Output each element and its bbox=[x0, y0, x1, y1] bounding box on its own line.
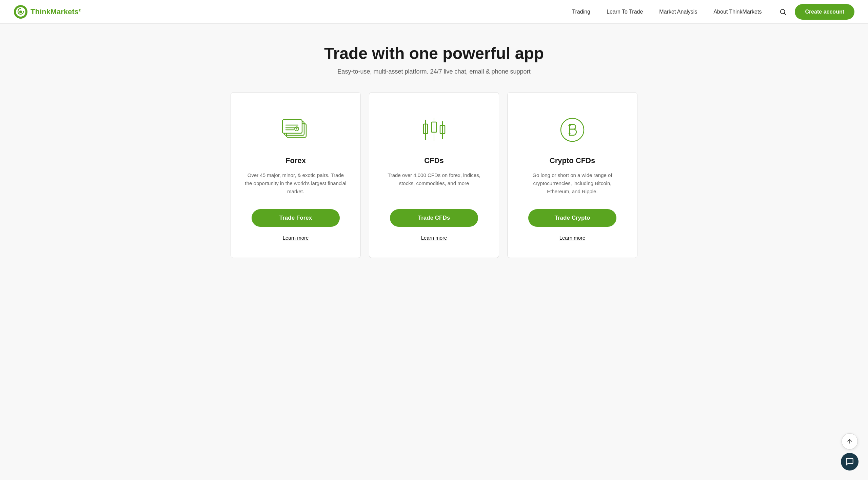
search-button[interactable] bbox=[778, 7, 788, 17]
hero-title: Trade with one powerful app bbox=[231, 44, 637, 63]
forex-learn-more-link[interactable]: Learn more bbox=[283, 235, 309, 241]
crypto-learn-more-link[interactable]: Learn more bbox=[559, 235, 586, 241]
svg-point-19 bbox=[561, 118, 584, 141]
trade-cfds-button[interactable]: Trade CFDs bbox=[390, 209, 478, 227]
main-content: Trade with one powerful app Easy-to-use,… bbox=[217, 24, 651, 285]
forex-svg-icon bbox=[280, 116, 311, 143]
nav-about[interactable]: About ThinkMarkets bbox=[713, 9, 762, 15]
search-icon bbox=[779, 8, 787, 16]
cfds-learn-more-link[interactable]: Learn more bbox=[421, 235, 447, 241]
logo[interactable]: ThinkMarkets® bbox=[14, 5, 81, 19]
trade-crypto-button[interactable]: Trade Crypto bbox=[528, 209, 616, 227]
trade-forex-button[interactable]: Trade Forex bbox=[252, 209, 340, 227]
svg-point-12 bbox=[296, 128, 297, 129]
forex-description: Over 45 major, minor, & exotic pairs. Tr… bbox=[244, 171, 347, 196]
create-account-button[interactable]: Create account bbox=[795, 4, 854, 20]
forex-card: Forex Over 45 major, minor, & exotic pai… bbox=[231, 92, 361, 258]
product-cards: Forex Over 45 major, minor, & exotic pai… bbox=[231, 92, 637, 258]
cfds-card: CFDs Trade over 4,000 CFDs on forex, ind… bbox=[369, 92, 499, 258]
svg-line-4 bbox=[785, 13, 786, 15]
crypto-card: Crypto CFDs Go long or short on a wide r… bbox=[507, 92, 637, 258]
cfds-title: CFDs bbox=[424, 156, 443, 165]
main-nav: Trading Learn To Trade Market Analysis A… bbox=[572, 9, 762, 15]
forex-icon bbox=[280, 113, 311, 147]
crypto-description: Go long or short on a wide range of cryp… bbox=[521, 171, 624, 196]
header-actions: Create account bbox=[778, 4, 854, 20]
hero-subtitle: Easy-to-use, multi-asset platform. 24/7 … bbox=[231, 68, 637, 75]
header: ThinkMarkets® Trading Learn To Trade Mar… bbox=[0, 0, 868, 24]
crypto-svg-icon bbox=[559, 116, 586, 143]
nav-market-analysis[interactable]: Market Analysis bbox=[659, 9, 697, 15]
crypto-icon bbox=[559, 113, 586, 147]
thinkmarkets-logo-icon bbox=[14, 5, 28, 19]
svg-point-2 bbox=[19, 11, 22, 13]
forex-title: Forex bbox=[285, 156, 306, 165]
crypto-title: Crypto CFDs bbox=[550, 156, 595, 165]
cfds-icon bbox=[419, 113, 449, 147]
nav-trading[interactable]: Trading bbox=[572, 9, 590, 15]
svg-rect-7 bbox=[282, 120, 302, 133]
logo-text: ThinkMarkets® bbox=[31, 7, 81, 16]
cfds-svg-icon bbox=[419, 115, 449, 145]
nav-learn-to-trade[interactable]: Learn To Trade bbox=[607, 9, 643, 15]
cfds-description: Trade over 4,000 CFDs on forex, indices,… bbox=[383, 171, 485, 196]
